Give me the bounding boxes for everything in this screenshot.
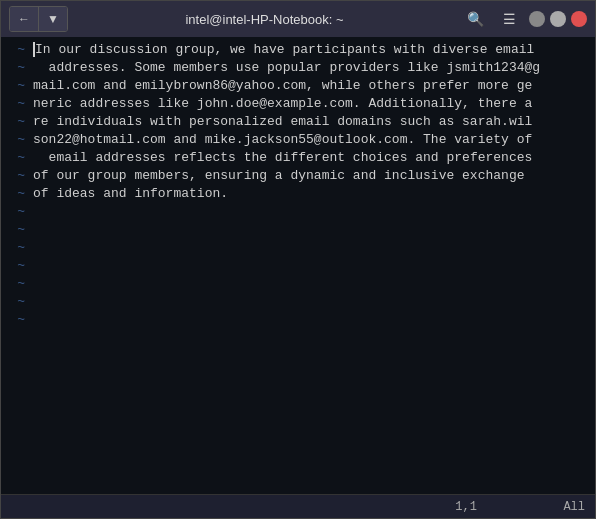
tilde-11: ~ xyxy=(17,221,25,239)
menu-icon: ☰ xyxy=(503,11,516,27)
tilde-2: ~ xyxy=(17,59,25,77)
editor-content[interactable]: In our discussion group, we have partici… xyxy=(29,37,595,494)
tilde-9: ~ xyxy=(17,185,25,203)
close-button[interactable] xyxy=(571,11,587,27)
tilde-10: ~ xyxy=(17,203,25,221)
back-button[interactable]: ← xyxy=(10,7,38,31)
minimize-button[interactable] xyxy=(529,11,545,27)
nav-button-group: ← ▼ xyxy=(9,6,68,32)
tilde-5: ~ xyxy=(17,113,25,131)
view-mode: All xyxy=(563,500,585,514)
terminal-window: ← ▼ intel@intel-HP-Notebook: ~ 🔍 ☰ ~ ~ xyxy=(0,0,596,519)
cursor-position: 1,1 xyxy=(455,500,477,514)
search-icon: 🔍 xyxy=(467,11,484,27)
titlebar-right: 🔍 ☰ xyxy=(461,5,587,33)
tilde-7: ~ xyxy=(17,149,25,167)
tilde-16: ~ xyxy=(17,311,25,329)
search-button[interactable]: 🔍 xyxy=(461,5,489,33)
window-controls xyxy=(529,11,587,27)
tilde-13: ~ xyxy=(17,257,25,275)
tilde-14: ~ xyxy=(17,275,25,293)
window-title: intel@intel-HP-Notebook: ~ xyxy=(68,12,461,27)
statusbar-right: 1,1 All xyxy=(455,500,585,514)
tilde-1: ~ xyxy=(17,41,25,59)
tilde-4: ~ xyxy=(17,95,25,113)
line-gutter: ~ ~ ~ ~ ~ ~ ~ ~ ~ ~ ~ ~ ~ ~ ~ ~ xyxy=(1,37,29,494)
statusbar: 1,1 All xyxy=(1,494,595,518)
tilde-12: ~ xyxy=(17,239,25,257)
titlebar: ← ▼ intel@intel-HP-Notebook: ~ 🔍 ☰ xyxy=(1,1,595,37)
text-cursor xyxy=(33,42,35,57)
editor-area: ~ ~ ~ ~ ~ ~ ~ ~ ~ ~ ~ ~ ~ ~ ~ ~ In our d… xyxy=(1,37,595,494)
tilde-15: ~ xyxy=(17,293,25,311)
tilde-3: ~ xyxy=(17,77,25,95)
dropdown-button[interactable]: ▼ xyxy=(39,7,67,31)
tilde-6: ~ xyxy=(17,131,25,149)
maximize-button[interactable] xyxy=(550,11,566,27)
tilde-8: ~ xyxy=(17,167,25,185)
menu-button[interactable]: ☰ xyxy=(495,5,523,33)
titlebar-left: ← ▼ xyxy=(9,6,68,32)
